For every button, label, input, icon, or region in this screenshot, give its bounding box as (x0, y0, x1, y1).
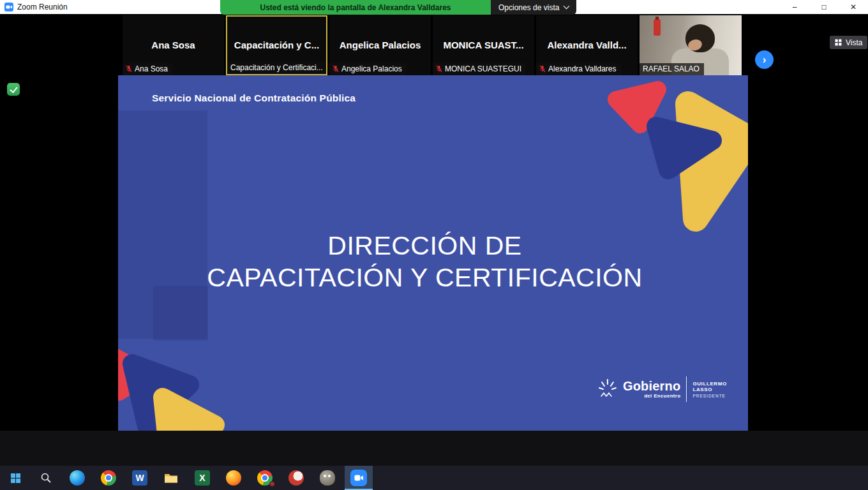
participant-tile[interactable]: Angelica Palacios Angelica Palacios (329, 15, 431, 75)
gimp-icon (320, 470, 335, 486)
edge-icon (70, 470, 85, 486)
maximize-button[interactable]: □ (809, 0, 839, 14)
logo-divider (686, 376, 687, 402)
excel-letter: X (199, 473, 205, 483)
participant-label-text: Capacitación y Certificaci... (230, 63, 323, 72)
minimize-button[interactable]: – (780, 0, 809, 14)
del-encuentro-text: del Encuentro (623, 393, 681, 399)
participant-label-text: Alexandra Valldares (548, 64, 617, 73)
window-title: Zoom Reunión (17, 2, 68, 12)
windows-taskbar: W X (0, 466, 868, 490)
participant-name: Alexandra Valld... (536, 40, 638, 50)
gobierno-text: Gobierno (623, 380, 681, 392)
participant-tile-video[interactable]: RAFAEL SALAO (640, 15, 742, 75)
word-letter: W (135, 473, 144, 483)
participant-label: Alexandra Valldares (536, 63, 621, 75)
participant-tile[interactable]: Alexandra Valld... Alexandra Valldares (536, 15, 638, 75)
meeting-toolbar: Reactivar audio Iniciar vídeo (0, 431, 868, 466)
shared-screen-slide: Servicio Nacional de Contratación Públic… (118, 75, 748, 431)
close-icon: ✕ (850, 3, 857, 11)
word-icon: W (132, 470, 147, 486)
participant-label-text: Ana Sosa (135, 64, 168, 73)
gobierno-wordmark: Gobierno del Encuentro (623, 380, 681, 399)
app-title-group: Zoom Reunión (4, 2, 68, 12)
security-shield-icon[interactable] (7, 83, 20, 96)
participant-label: MONICA SUASTEGUI (433, 63, 526, 75)
muted-mic-icon (539, 65, 546, 73)
participants-strip: Ana Sosa Ana Sosa Capacitación y C... Ca… (0, 14, 868, 75)
view-mode-button[interactable]: Vista (830, 36, 867, 49)
edge-taskbar-icon[interactable] (63, 466, 91, 490)
excel-icon: X (195, 470, 210, 486)
media-app-taskbar-icon[interactable] (282, 466, 310, 490)
participant-label: Ana Sosa (123, 63, 172, 75)
chrome-profile-taskbar-icon[interactable] (251, 466, 279, 490)
excel-taskbar-icon[interactable]: X (188, 466, 216, 490)
participant-label-text: Angelica Palacios (341, 64, 402, 73)
view-options-label: Opciones de vista (498, 3, 559, 12)
chrome-taskbar-icon[interactable] (94, 466, 123, 490)
zoom-meeting-window: Zoom Reunión – □ ✕ Usted está viendo la … (0, 0, 868, 490)
chevron-down-icon (564, 3, 570, 10)
participant-label-text: RAFAEL SALAO (643, 64, 700, 73)
participant-name: Ana Sosa (123, 40, 224, 50)
slide-title-line2: CAPACITACIÓN Y CERTIFICACIÓN (118, 262, 731, 293)
participant-tile-active-speaker[interactable]: Capacitación y C... Capacitación y Certi… (226, 15, 327, 75)
folder-icon (164, 472, 178, 484)
president-name: GUILLERMO LASSO (692, 381, 748, 392)
word-taskbar-icon[interactable]: W (126, 466, 154, 490)
zoom-taskbar-icon[interactable] (345, 466, 373, 490)
participant-label-text: MONICA SUASTEGUI (445, 64, 521, 73)
slide-title-line1: DIRECCIÓN DE (118, 230, 731, 262)
gobierno-logo: Gobierno del Encuentro GUILLERMO LASSO P… (598, 376, 748, 402)
media-app-icon (288, 470, 304, 486)
slide-title: DIRECCIÓN DE CAPACITACIÓN Y CERTIFICACIÓ… (118, 230, 748, 293)
grid-view-icon (835, 39, 842, 46)
participant-name: Capacitación y C... (227, 40, 326, 50)
close-button[interactable]: ✕ (839, 0, 868, 14)
start-button[interactable] (1, 466, 29, 490)
view-options-button[interactable]: Opciones de vista (491, 0, 576, 15)
muted-mic-icon (436, 65, 442, 73)
fire-extinguisher (654, 19, 661, 36)
zoom-app-icon (4, 3, 13, 11)
search-button[interactable] (32, 466, 60, 490)
muted-mic-icon (333, 65, 339, 73)
next-participants-button[interactable]: › (755, 50, 774, 69)
participant-label: Angelica Palacios (329, 63, 407, 75)
minimize-icon: – (793, 3, 797, 11)
president-block: GUILLERMO LASSO PRESIDENTE (692, 381, 748, 398)
slide-header: Servicio Nacional de Contratación Públic… (152, 93, 355, 104)
participant-tile[interactable]: Ana Sosa Ana Sosa (123, 15, 224, 75)
search-icon (40, 472, 52, 484)
participant-tile[interactable]: MONICA SUAST... MONICA SUASTEGUI (433, 15, 534, 75)
participant-name: Angelica Palacios (329, 40, 431, 50)
zoom-icon (350, 470, 367, 486)
firefox-taskbar-icon[interactable] (220, 466, 248, 490)
participant-label: Capacitación y Certificaci... (227, 62, 326, 74)
windows-logo-icon (10, 473, 21, 484)
sunburst-icon (598, 378, 617, 400)
file-explorer-taskbar-icon[interactable] (157, 466, 185, 490)
camera-icon (354, 474, 364, 482)
firefox-icon (226, 470, 241, 486)
vista-label: Vista (846, 38, 862, 47)
muted-mic-icon (126, 65, 132, 73)
chrome-icon (101, 470, 116, 486)
participant-label: RAFAEL SALAO (640, 63, 704, 75)
participant-name: MONICA SUAST... (433, 40, 534, 50)
president-title: PRESIDENTE (692, 394, 748, 398)
gimp-taskbar-icon[interactable] (313, 466, 341, 490)
notification-badge (269, 481, 275, 487)
screen-share-banner: Usted está viendo la pantalla de Alexand… (220, 0, 491, 15)
chevron-right-icon: › (763, 54, 767, 66)
maximize-icon: □ (821, 3, 826, 11)
